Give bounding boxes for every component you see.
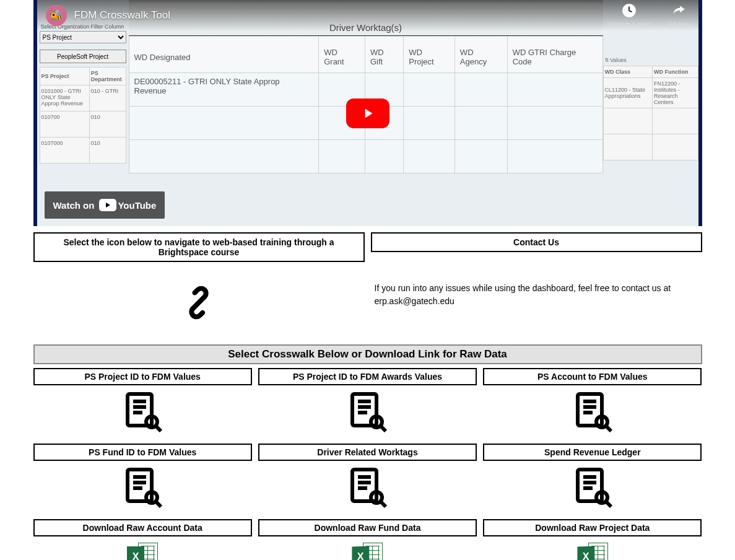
- link-spend-revenue[interactable]: [570, 502, 615, 512]
- peoplesoft-project-button[interactable]: PeopleSoft Project: [40, 50, 126, 63]
- link-driver-worktags[interactable]: [345, 502, 389, 512]
- watch-on-youtube-button[interactable]: Watch on YouTube: [45, 191, 165, 219]
- document-search-icon: [570, 466, 615, 510]
- video-title[interactable]: FDM Crosswalk Tool: [74, 9, 171, 22]
- link-icon: [168, 273, 230, 332]
- left-table: PS ProjectPS Department 0101000 - GTRI O…: [40, 67, 126, 164]
- play-icon: [360, 105, 376, 121]
- tile-driver-worktags: Driver Related Worktags: [258, 444, 477, 461]
- contact-body: If you run into any issues while using t…: [371, 252, 702, 314]
- tile-download-project: Download Raw Project Data: [483, 519, 702, 536]
- clock-icon: [621, 2, 637, 19]
- excel-icon: X: [577, 541, 608, 560]
- tile-ps-project-awards: PS Project ID to FDM Awards Values: [258, 368, 477, 385]
- training-link[interactable]: [168, 323, 230, 334]
- excel-icon: X: [352, 541, 383, 560]
- share-button[interactable]: Share: [668, 2, 690, 29]
- contact-header: Contact Us: [371, 232, 702, 252]
- tile-ps-fund-fdm: PS Fund ID to FDM Values: [33, 444, 252, 461]
- link-ps-account-fdm[interactable]: [570, 426, 615, 437]
- play-button[interactable]: [346, 98, 389, 128]
- crosswalk-section-banner: Select Crosswalk Below or Download Link …: [33, 344, 702, 364]
- channel-avatar[interactable]: 🐝: [46, 5, 67, 26]
- tile-spend-revenue: Spend Revenue Ledger: [483, 444, 702, 461]
- svg-line-31: [381, 502, 386, 507]
- video-embed[interactable]: 🐝 FDM Crosswalk Tool Watch Later Share W…: [33, 0, 702, 226]
- youtube-top-bar: 🐝 FDM Crosswalk Tool Watch Later Share: [37, 0, 698, 31]
- link-ps-project-awards[interactable]: [345, 426, 389, 437]
- tile-ps-project-fdm: PS Project ID to FDM Values: [33, 368, 252, 385]
- watch-later-button[interactable]: Watch Later: [607, 2, 651, 29]
- document-search-icon: [120, 390, 165, 435]
- link-ps-fund-fdm[interactable]: [120, 502, 165, 512]
- document-search-icon: [345, 466, 389, 510]
- svg-line-19: [606, 427, 611, 432]
- document-search-icon: [570, 390, 615, 435]
- svg-line-25: [157, 502, 162, 507]
- svg-line-13: [381, 427, 386, 432]
- youtube-logo-icon: [99, 199, 116, 211]
- tile-download-fund: Download Raw Fund Data: [258, 519, 477, 536]
- training-header: Select the icon below to navigate to web…: [33, 232, 365, 262]
- svg-line-7: [157, 427, 162, 432]
- filter-select[interactable]: PS Project: [40, 31, 126, 43]
- right-table: WD ClassWD Function CL11200 - State Appr…: [603, 66, 698, 160]
- document-search-icon: [120, 466, 165, 510]
- share-icon: [671, 2, 687, 19]
- tile-ps-account-fdm: PS Account to FDM Values: [483, 368, 702, 385]
- document-search-icon: [345, 390, 389, 435]
- link-ps-project-fdm[interactable]: [120, 426, 165, 437]
- excel-icon: X: [127, 541, 158, 560]
- tile-download-account: Download Raw Account Data: [33, 519, 252, 536]
- svg-line-37: [606, 502, 611, 507]
